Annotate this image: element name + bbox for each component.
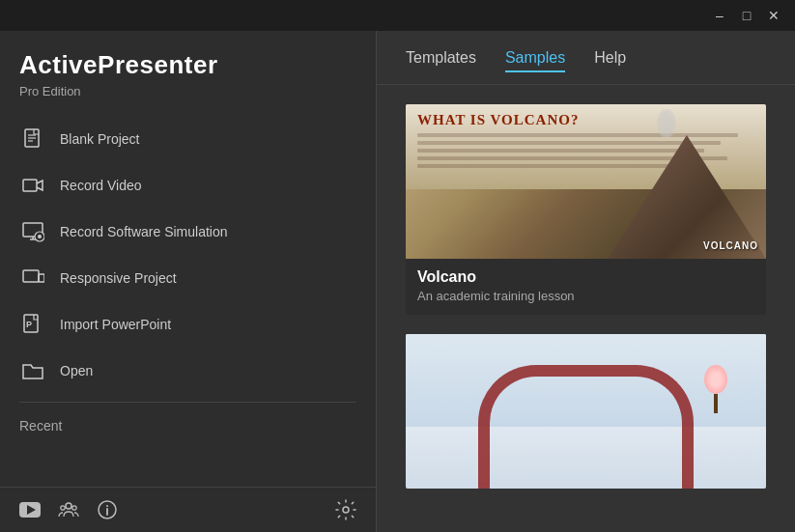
tab-help[interactable]: Help [594, 45, 626, 70]
sidebar-divider [19, 402, 356, 403]
sidebar-item-blank-project[interactable]: Blank Project [0, 116, 376, 162]
svg-point-16 [66, 503, 71, 509]
volcano-smoke [657, 109, 676, 138]
arch-shape [478, 365, 695, 489]
ppt-icon: P [19, 311, 46, 338]
tab-samples[interactable]: Samples [505, 45, 565, 70]
card-volcano-title: Volcano [417, 268, 754, 286]
sidebar-item-responsive-project[interactable]: Responsive Project [0, 255, 376, 301]
volcano-image-title: WHAT IS VOLCANO? [417, 112, 579, 128]
tab-templates[interactable]: Templates [406, 45, 476, 70]
edition-label: Pro Edition [19, 84, 356, 98]
bottom-icons [15, 495, 122, 524]
info-icon[interactable] [93, 495, 122, 524]
document-icon [19, 126, 46, 153]
card-second[interactable] [406, 334, 766, 489]
sidebar-item-label: Record Video [60, 178, 142, 193]
svg-rect-10 [23, 270, 39, 282]
sidebar-item-open[interactable]: Open [0, 348, 376, 394]
sidebar-item-label: Responsive Project [60, 270, 177, 286]
card-volcano-subtitle: An academic training lesson [417, 289, 754, 303]
sidebar-header: ActivePresenter Pro Edition [0, 31, 376, 106]
sidebar-item-label: Record Software Simulation [60, 224, 228, 239]
tabs-bar: Templates Samples Help [377, 31, 795, 85]
card-volcano[interactable]: WHAT IS VOLCANO? VOLCANO [406, 104, 766, 315]
svg-point-17 [61, 506, 65, 510]
main-layout: ActivePresenter Pro Edition Blank Projec… [0, 31, 795, 532]
svg-point-9 [38, 235, 42, 238]
content-area: WHAT IS VOLCANO? VOLCANO [377, 85, 795, 532]
maximize-button[interactable]: □ [733, 2, 760, 29]
minimize-button[interactable]: – [706, 2, 733, 29]
sidebar-item-record-video[interactable]: Record Video [0, 162, 376, 209]
settings-icon[interactable] [331, 495, 360, 524]
sidebar: ActivePresenter Pro Edition Blank Projec… [0, 31, 377, 532]
right-panel: Templates Samples Help WHAT IS VOLCANO? [377, 31, 795, 532]
responsive-icon [19, 265, 46, 292]
sidebar-menu: Blank Project Record Video [0, 106, 376, 487]
svg-point-22 [343, 507, 349, 513]
recent-section-label: Recent [0, 410, 376, 437]
app-title: ActivePresenter [19, 50, 356, 80]
svg-point-18 [72, 506, 76, 510]
svg-point-21 [106, 505, 108, 507]
svg-rect-11 [39, 274, 44, 282]
screen-icon [19, 218, 46, 245]
community-icon[interactable] [54, 495, 83, 524]
sidebar-item-import-powerpoint[interactable]: P Import PowerPoint [0, 301, 376, 348]
svg-text:P: P [26, 320, 32, 329]
folder-icon [19, 357, 46, 384]
sidebar-item-record-simulation[interactable]: Record Software Simulation [0, 209, 376, 255]
svg-rect-4 [23, 180, 37, 191]
sidebar-item-label: Open [60, 363, 93, 378]
video-icon [19, 172, 46, 199]
volcano-label: VOLCANO [703, 240, 758, 251]
close-button[interactable]: ✕ [760, 2, 787, 29]
youtube-icon[interactable] [15, 495, 44, 524]
tree-shape [701, 365, 730, 413]
sidebar-item-label: Import PowerPoint [60, 317, 171, 332]
card-volcano-info: Volcano An academic training lesson [406, 259, 766, 315]
titlebar: – □ ✕ [0, 0, 795, 31]
card-volcano-image: WHAT IS VOLCANO? VOLCANO [406, 104, 766, 259]
sidebar-item-label: Blank Project [60, 131, 139, 147]
sidebar-bottom [0, 487, 376, 532]
card-second-image [406, 334, 766, 489]
